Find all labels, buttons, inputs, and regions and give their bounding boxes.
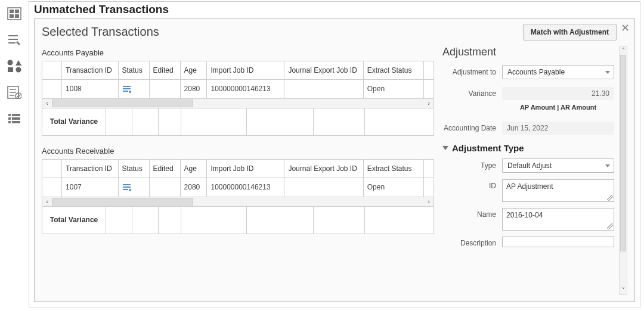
svg-rect-18 [12, 114, 20, 116]
ap-cell-status [118, 80, 149, 99]
ap-cell-import-job: 100000000146213 [207, 80, 284, 99]
type-label: Type [442, 161, 502, 170]
adjustment-heading: Adjustment [442, 46, 614, 58]
scroll-right-icon[interactable]: › [424, 99, 434, 107]
accounting-date-value: Jun 15, 2022 [502, 122, 614, 135]
ar-cell-overflow [424, 178, 434, 197]
ar-col-edited[interactable]: Edited [149, 159, 180, 178]
ap-col-transaction-id[interactable]: Transaction ID [62, 61, 119, 80]
ap-table-wrap: Accounts Payable Transaction ID Status [42, 48, 434, 136]
ap-col-extract-status[interactable]: Extract Status [363, 61, 424, 80]
ap-table-row[interactable]: 1008 [42, 80, 434, 99]
ap-cell-edited [149, 80, 180, 99]
ar-cell-blank [42, 178, 62, 197]
accounting-date-label: Accounting Date [442, 124, 502, 132]
svg-rect-22 [12, 121, 20, 123]
ar-col-age[interactable]: Age [180, 159, 207, 178]
ap-col-age[interactable]: Age [180, 61, 207, 80]
adjustment-type-header[interactable]: Adjustment Type [442, 143, 614, 153]
ap-scroll-thumb[interactable] [52, 99, 193, 107]
ap-scroll-track[interactable] [52, 99, 424, 108]
adjustment-vertical-scrollbar[interactable]: ˄ ˅ [619, 46, 627, 295]
ar-cell-journal [284, 178, 363, 197]
name-label: Name [442, 208, 502, 219]
ap-cell-transaction-id: 1008 [62, 80, 119, 99]
scroll-left-icon[interactable]: ‹ [42, 99, 52, 107]
svg-rect-20 [12, 117, 20, 120]
scroll-down-icon[interactable]: ˅ [622, 286, 625, 294]
ar-heading: Accounts Receivable [42, 147, 434, 156]
ap-col-status[interactable]: Status [118, 61, 149, 80]
name-input[interactable]: 2016-10-04 [502, 208, 614, 231]
match-with-adjustment-button[interactable]: Match with Adjustment [523, 24, 617, 41]
shapes-icon [7, 59, 22, 73]
adjustment-to-label: Adjustment to [442, 68, 502, 76]
ar-horizontal-scrollbar[interactable]: ‹ › [42, 197, 434, 207]
ar-table: Transaction ID Status Edited Age Import … [42, 159, 434, 197]
rail-item-checklist[interactable] [6, 85, 23, 100]
ar-table-wrap: Accounts Receivable Transaction ID Statu… [42, 147, 434, 234]
adjustment-to-select[interactable]: Accounts Payable [502, 65, 614, 79]
ar-header-row: Transaction ID Status Edited Age Import … [42, 159, 434, 178]
dashboard-icon [7, 7, 21, 20]
scroll-up-icon[interactable]: ˄ [622, 46, 625, 55]
resize-handle-icon[interactable] [607, 195, 613, 201]
ap-cell-age: 2080 [180, 80, 207, 99]
variance-label: Variance [442, 89, 502, 98]
rail-item-rows[interactable] [6, 111, 23, 126]
svg-rect-17 [8, 114, 11, 116]
ap-col-edited[interactable]: Edited [149, 61, 180, 80]
resize-handle-icon[interactable] [607, 223, 613, 229]
ap-cell-extract: Open [363, 80, 424, 99]
svg-rect-2 [15, 10, 19, 13]
ap-total-variance-label: Total Variance [42, 108, 106, 135]
scroll-left-icon[interactable]: ‹ [42, 198, 52, 205]
ar-cell-status [118, 178, 149, 197]
ar-col-journal-export[interactable]: Journal Export Job ID [284, 159, 363, 178]
ar-cell-transaction-id: 1007 [62, 178, 119, 197]
ap-horizontal-scrollbar[interactable]: ‹ › [42, 99, 434, 108]
ar-total-variance-label: Total Variance [42, 207, 106, 234]
ar-col-transaction-id[interactable]: Transaction ID [62, 159, 119, 178]
description-input[interactable] [502, 237, 614, 247]
ar-footer-row: Total Variance [42, 207, 434, 234]
ap-table: Transaction ID Status Edited Age Import … [42, 61, 434, 99]
main-container: Unmatched Transactions ✕ Match with Adju… [29, 1, 640, 307]
scroll-right-icon[interactable]: › [424, 198, 434, 205]
rail-item-shapes[interactable] [6, 58, 23, 74]
ap-cell-journal [284, 80, 363, 99]
rows-icon [7, 112, 21, 125]
close-icon[interactable]: ✕ [621, 23, 630, 33]
ar-scroll-track[interactable] [52, 197, 424, 206]
svg-rect-19 [8, 117, 11, 120]
ap-heading: Accounts Payable [42, 48, 434, 57]
status-open-icon [122, 184, 133, 192]
id-label: ID [442, 179, 502, 190]
adjustment-column: Adjustment Adjustment to Accounts Payabl… [442, 46, 627, 295]
rail-item-edit-list[interactable] [6, 32, 23, 48]
ar-col-overflow [424, 159, 434, 178]
ar-cell-edited [149, 178, 180, 197]
ar-table-row[interactable]: 1007 [42, 178, 434, 197]
vscroll-thumb[interactable] [620, 55, 626, 251]
ar-col-import-job[interactable]: Import Job ID [207, 159, 284, 178]
ar-cell-import-job: 100000000146213 [207, 178, 284, 197]
vscroll-track[interactable] [620, 55, 627, 286]
rail-item-dashboard[interactable] [6, 6, 23, 21]
ap-col-import-job[interactable]: Import Job ID [207, 61, 284, 80]
svg-point-8 [8, 60, 13, 66]
svg-rect-3 [10, 14, 14, 18]
adjustment-type-label: Adjustment Type [452, 143, 524, 153]
ap-header-row: Transaction ID Status Edited Age Import … [42, 61, 434, 80]
ar-scroll-thumb[interactable] [52, 198, 193, 206]
amount-split-label: AP Amount | AR Amount [502, 104, 614, 111]
tables-column: Accounts Payable Transaction ID Status [42, 46, 434, 295]
ap-col-journal-export[interactable]: Journal Export Job ID [284, 61, 363, 80]
id-input[interactable]: AP Adjustment [502, 179, 614, 202]
page-title: Unmatched Transactions [29, 2, 640, 18]
ar-col-extract-status[interactable]: Extract Status [363, 159, 424, 178]
edit-list-icon [7, 33, 21, 46]
type-select[interactable]: Default Adjust [502, 158, 614, 173]
ap-col-blank [42, 61, 62, 80]
ar-col-status[interactable]: Status [118, 159, 149, 178]
